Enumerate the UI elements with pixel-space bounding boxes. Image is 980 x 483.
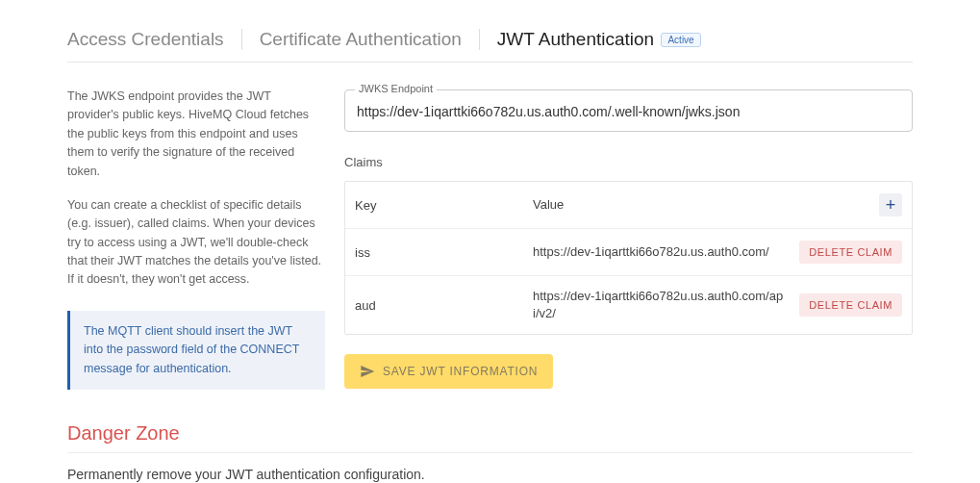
delete-claim-button[interactable]: DELETE CLAIM (799, 293, 902, 317)
jwks-endpoint-input[interactable] (357, 104, 900, 119)
form-column: JWKS Endpoint Claims Key Value + iss htt… (344, 88, 913, 390)
help-text-jwks: The JWKS endpoint provides the JWT provi… (67, 88, 325, 181)
claims-table: Key Value + iss https://dev-1iqarttki66o… (344, 181, 913, 335)
tab-certificate-auth[interactable]: Certificate Authentication (242, 23, 479, 56)
tab-jwt-auth[interactable]: JWT Authentication Active (480, 23, 718, 56)
claim-key: iss (355, 245, 533, 260)
plus-icon: + (886, 195, 896, 216)
claim-value: https://dev-1iqarttki66o782u.us.auth0.co… (533, 243, 796, 261)
claims-header-row: Key Value + (345, 182, 912, 228)
claim-value: https://dev-1iqarttki66o782u.us.auth0.co… (533, 288, 796, 322)
add-claim-button[interactable]: + (879, 193, 902, 216)
save-jwt-label: SAVE JWT INFORMATION (383, 365, 538, 378)
save-jwt-button[interactable]: SAVE JWT INFORMATION (344, 354, 553, 389)
tab-jwt-label: JWT Authentication (497, 29, 654, 49)
jwks-label: JWKS Endpoint (355, 83, 437, 94)
claims-header-value: Value (533, 196, 796, 214)
delete-claim-button[interactable]: DELETE CLAIM (799, 241, 902, 264)
tab-access-credentials[interactable]: Access Credentials (67, 23, 241, 56)
jwks-endpoint-field[interactable]: JWKS Endpoint (344, 89, 913, 132)
tabs-bar: Access Credentials Certificate Authentic… (67, 23, 913, 63)
help-column: The JWKS endpoint provides the JWT provi… (67, 88, 325, 390)
danger-zone-text: Permanently remove your JWT authenticati… (67, 467, 913, 482)
table-row: aud https://dev-1iqarttki66o782u.us.auth… (345, 275, 912, 334)
help-text-claims: You can create a checklist of specific d… (67, 196, 325, 290)
status-badge: Active (661, 33, 700, 47)
main-content: The JWKS endpoint provides the JWT provi… (67, 88, 913, 390)
claims-title: Claims (344, 155, 913, 169)
info-box-mqtt: The MQTT client should insert the JWT in… (67, 311, 325, 390)
danger-zone-heading: Danger Zone (67, 422, 913, 453)
claims-header-key: Key (355, 198, 533, 213)
claim-key: aud (355, 298, 533, 313)
table-row: iss https://dev-1iqarttki66o782u.us.auth… (345, 228, 912, 275)
send-icon (360, 364, 375, 379)
